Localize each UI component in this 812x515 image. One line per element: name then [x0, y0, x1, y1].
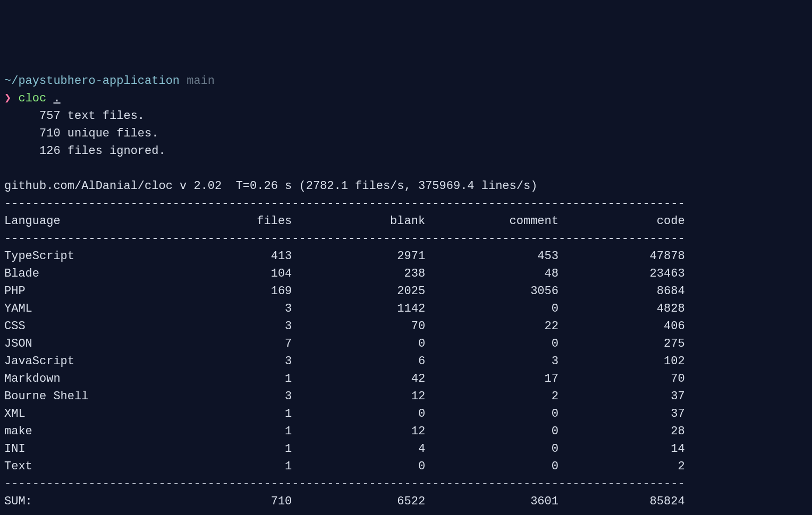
meta-line: github.com/AlDanial/cloc v 2.02 T=0.26 s…	[4, 179, 537, 193]
dash-line: ----------------------------------------…	[4, 232, 685, 245]
ignored-files-line: 126 files ignored.	[4, 144, 166, 158]
table-header-row: Language files blank comment code	[4, 214, 685, 228]
dash-line: ----------------------------------------…	[4, 512, 685, 515]
sum-row: SUM: 710 6522 3601 85824	[4, 495, 685, 508]
table-body: TypeScript 413 2971 453 47878 Blade 104 …	[4, 247, 808, 475]
dash-line: ----------------------------------------…	[4, 197, 685, 210]
prompt-path: ~/paystubhero-application	[4, 74, 180, 88]
text-files-line: 757 text files.	[4, 109, 145, 123]
prompt-branch: main	[187, 74, 215, 88]
command-name: cloc	[18, 92, 46, 105]
command-arg: .	[53, 92, 60, 105]
prompt-symbol: ❯	[4, 92, 11, 105]
terminal-output[interactable]: ~/paystubhero-application main ❯ cloc . …	[4, 72, 808, 515]
dash-line: ----------------------------------------…	[4, 477, 685, 491]
unique-files-line: 710 unique files.	[4, 127, 158, 140]
